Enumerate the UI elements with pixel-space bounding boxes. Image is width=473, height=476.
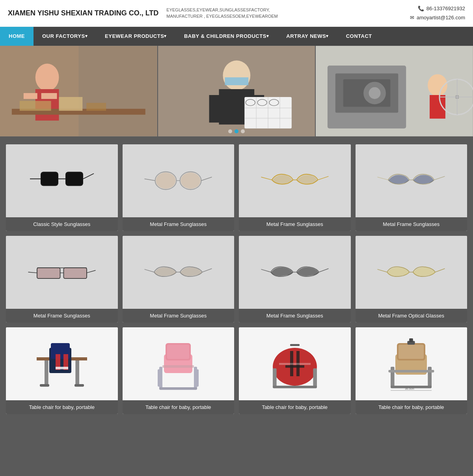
- email-icon: ✉: [410, 13, 414, 22]
- svg-rect-5: [41, 93, 57, 99]
- svg-rect-42: [66, 173, 82, 185]
- svg-rect-7: [20, 101, 51, 111]
- nav-baby[interactable]: BABY & CHILDREN PRODUCTS: [175, 27, 277, 46]
- site-header: XIAMEN YISHU SHEXIAN TRADING CO., LTD EY…: [0, 0, 473, 27]
- svg-rect-91: [194, 370, 199, 387]
- product-image-8: [356, 236, 467, 309]
- svg-rect-59: [37, 268, 60, 278]
- svg-point-49: [181, 173, 201, 189]
- phone-icon: 📞: [418, 4, 424, 13]
- svg-rect-101: [290, 344, 300, 346]
- product-card-11[interactable]: Table chair for baby, portable: [239, 327, 351, 414]
- nav-home[interactable]: HOME: [0, 27, 34, 46]
- svg-rect-82: [40, 384, 49, 386]
- svg-line-71: [378, 269, 387, 272]
- banner-image-1: [0, 46, 157, 136]
- svg-line-51: [261, 177, 272, 180]
- product-card-7[interactable]: Metal Frame Sunglasses: [239, 236, 351, 323]
- product-image-4: [356, 144, 467, 217]
- product-image-12: 36.5cm: [356, 327, 467, 400]
- product-label-1: Classic Style Sunglasses: [6, 217, 118, 231]
- product-image-2: [123, 144, 235, 217]
- nav-contact[interactable]: CONTACT: [337, 27, 381, 46]
- svg-rect-97: [273, 368, 277, 387]
- svg-rect-86: [167, 345, 189, 359]
- svg-rect-99: [273, 386, 317, 388]
- product-card-6[interactable]: Metal Frame Sunglasses: [123, 236, 235, 323]
- product-card-3[interactable]: Metal Frame Sunglasses: [239, 144, 351, 231]
- svg-rect-102: [279, 363, 311, 365]
- product-card-12[interactable]: 36.5cm Table chair for baby, portable: [356, 327, 467, 414]
- product-card-10[interactable]: Table chair for baby, portable: [123, 327, 235, 414]
- product-image-9: [6, 327, 118, 400]
- product-label-9: Table chair for baby, portable: [6, 400, 118, 414]
- product-image-1: [6, 144, 118, 217]
- phone-info: 📞 86-13376921932: [410, 4, 465, 13]
- dot-3[interactable]: [241, 129, 245, 133]
- product-label-2: Metal Frame Sunglasses: [123, 217, 235, 231]
- product-card-5[interactable]: Metal Frame Sunglasses: [6, 236, 118, 323]
- dot-1[interactable]: [228, 129, 232, 133]
- svg-rect-105: [399, 345, 424, 359]
- company-tagline: EYEGLASSES,EYEWEAR,SUNGLASSESFACTORY, MA…: [166, 7, 277, 20]
- product-label-3: Metal Frame Sunglasses: [239, 217, 351, 231]
- product-label-6: Metal Frame Sunglasses: [123, 309, 235, 323]
- nav-factorys[interactable]: OUR FACTORYS: [34, 27, 96, 46]
- svg-rect-83: [74, 384, 84, 386]
- svg-line-57: [28, 272, 37, 273]
- svg-text:36.5cm: 36.5cm: [405, 387, 414, 390]
- dot-2[interactable]: [235, 129, 238, 133]
- svg-line-54: [378, 177, 388, 180]
- svg-rect-4: [24, 93, 37, 99]
- svg-rect-80: [45, 360, 48, 386]
- product-label-4: Metal Frame Sunglasses: [356, 217, 467, 231]
- product-image-10: [123, 327, 235, 400]
- product-label-12: Table chair for baby, portable: [356, 400, 467, 414]
- svg-line-50: [201, 177, 212, 181]
- product-card-2[interactable]: Metal Frame Sunglasses: [123, 144, 235, 231]
- svg-rect-107: [428, 367, 432, 387]
- product-card-4[interactable]: Metal Frame Sunglasses: [356, 144, 467, 231]
- svg-rect-39: [41, 173, 58, 185]
- product-label-8: Metal Frame Optical Glasses: [356, 309, 467, 323]
- svg-rect-111: [409, 338, 413, 342]
- nav-news[interactable]: ARTRAY NEWS: [277, 27, 337, 46]
- product-grid-container: Classic Style Sunglasses Metal Frame Sun…: [0, 136, 473, 422]
- svg-line-68: [261, 269, 270, 272]
- svg-point-46: [156, 173, 176, 189]
- product-image-6: [123, 236, 235, 309]
- company-name: XIAMEN YISHU SHEXIAN TRADING CO., LTD: [8, 9, 158, 17]
- svg-rect-98: [313, 368, 317, 387]
- svg-line-65: [145, 269, 154, 272]
- carousel-dots: [228, 129, 245, 133]
- svg-rect-96: [285, 365, 304, 368]
- svg-point-30: [369, 87, 381, 99]
- header-left: XIAMEN YISHU SHEXIAN TRADING CO., LTD EY…: [8, 7, 278, 20]
- hero-banner: [0, 46, 473, 136]
- svg-point-11: [223, 60, 250, 90]
- svg-rect-109: [389, 370, 434, 372]
- product-image-5: [6, 236, 118, 309]
- product-card-9[interactable]: Table chair for baby, portable: [6, 327, 118, 414]
- svg-rect-79: [56, 367, 68, 369]
- svg-line-73: [435, 269, 445, 272]
- contact-info: 📞 86-13376921932 ✉ amoyartist@126.com: [410, 4, 465, 22]
- main-nav: HOME OUR FACTORYS EYEWEAR PRODUCTS BABY …: [0, 27, 473, 46]
- product-label-11: Table chair for baby, portable: [239, 400, 351, 414]
- svg-line-67: [202, 269, 212, 272]
- product-card-1[interactable]: Classic Style Sunglasses: [6, 144, 118, 231]
- product-card-8[interactable]: Metal Frame Optical Glasses: [356, 236, 467, 323]
- svg-rect-9: [86, 103, 106, 111]
- svg-line-53: [318, 176, 328, 180]
- product-image-3: [239, 144, 351, 217]
- svg-line-44: [145, 179, 155, 181]
- svg-line-63: [87, 271, 96, 273]
- nav-eyewear[interactable]: EYEWEAR PRODUCTS: [96, 27, 175, 46]
- svg-rect-92: [162, 365, 194, 368]
- svg-rect-106: [391, 367, 395, 387]
- svg-rect-12: [225, 77, 248, 85]
- svg-line-56: [434, 176, 445, 180]
- product-label-7: Metal Frame Sunglasses: [239, 309, 351, 323]
- product-image-7: [239, 236, 351, 309]
- product-label-10: Table chair for baby, portable: [123, 400, 235, 414]
